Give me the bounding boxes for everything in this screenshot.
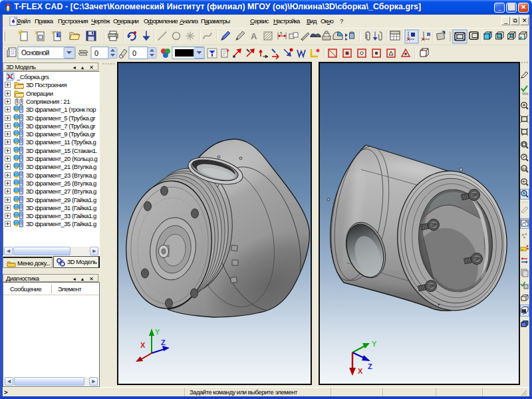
svg-text:1:1: 1:1: [522, 167, 527, 171]
svg-text:0: 0: [94, 49, 98, 57]
svg-text:A: A: [251, 31, 257, 41]
svg-text:X: X: [140, 341, 146, 349]
svg-text:X: X: [358, 367, 363, 375]
svg-text:?: ?: [58, 33, 61, 37]
svg-text:Z: Z: [368, 362, 372, 370]
svg-text:Y: Y: [155, 328, 160, 336]
svg-text:Z: Z: [161, 338, 166, 346]
svg-text:Основной: Основной: [21, 49, 49, 57]
svg-text:5: 5: [280, 31, 283, 35]
svg-text:0: 0: [132, 49, 136, 57]
svg-text:Y: Y: [372, 340, 377, 348]
